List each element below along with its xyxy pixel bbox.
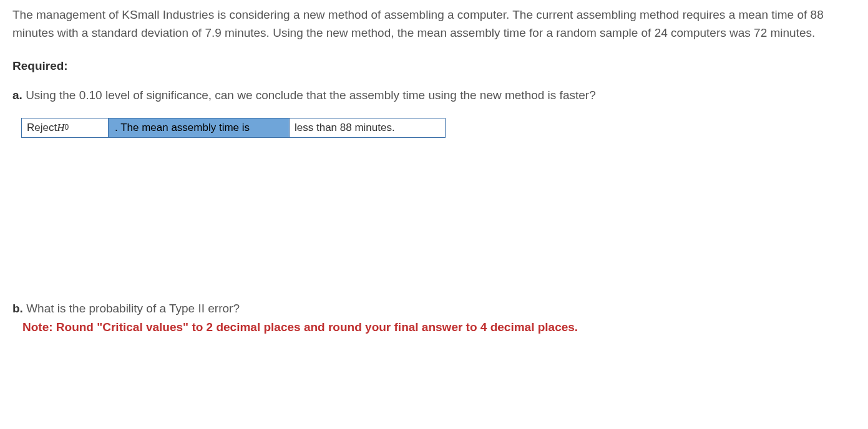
part-b-question: b. What is the probability of a Type II … (12, 300, 856, 318)
answer-middle-text: . The mean assembly time is (109, 118, 290, 138)
answer-dropdown-conclusion[interactable]: less than 88 minutes. (290, 118, 446, 138)
answer-decision-sub: 0 (64, 122, 69, 133)
part-b-container: b. What is the probability of a Type II … (12, 300, 856, 337)
part-a-question: a. Using the 0.10 level of significance,… (12, 87, 856, 105)
part-b-note: Note: Round "Critical values" to 2 decim… (22, 319, 856, 337)
required-label: Required: (12, 57, 856, 75)
part-a-text: Using the 0.10 level of significance, ca… (22, 89, 596, 102)
part-b-text: What is the probability of a Type II err… (23, 302, 240, 315)
part-b-label: b. (12, 302, 23, 315)
problem-statement: The management of KSmall Industries is c… (12, 6, 856, 42)
part-a-label: a. (12, 89, 22, 102)
answer-dropdown-decision[interactable]: Reject H0 (21, 118, 109, 138)
part-a-container: a. Using the 0.10 level of significance,… (12, 87, 856, 138)
answer-decision-prefix: Reject (27, 120, 57, 136)
answer-row: Reject H0 . The mean assembly time is le… (21, 118, 856, 138)
answer-decision-var: H (57, 120, 64, 136)
